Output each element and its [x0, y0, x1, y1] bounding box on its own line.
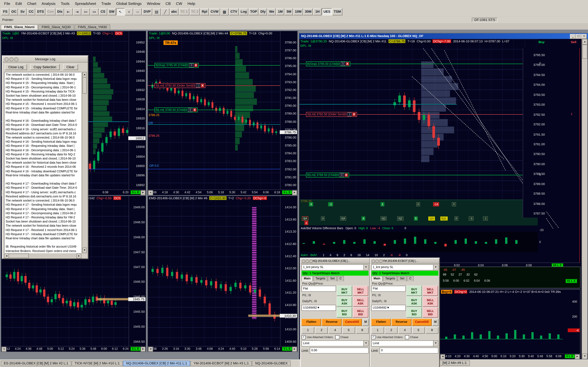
order-cancel-button[interactable]: X — [193, 108, 197, 112]
order-cancel-button[interactable]: X — [346, 62, 349, 66]
maximize-button[interactable]: □ — [576, 34, 581, 39]
panel-control-button[interactable] — [302, 259, 305, 263]
menu-tools[interactable]: Tools — [58, 1, 72, 6]
chartbook-tab-fims-slava-nq30[interactable]: FIMS_Slava_NQ30 — [38, 24, 74, 30]
reverse-button[interactable]: Reverse — [392, 319, 411, 326]
scroll-up-arrow-icon[interactable]: ▲ — [83, 72, 87, 77]
panel-tab-main[interactable]: Main — [302, 276, 313, 281]
scroll-right-button[interactable]: ► — [292, 190, 297, 195]
m-button[interactable]: M — [432, 319, 438, 326]
menu-analysis[interactable]: Analysis — [39, 1, 58, 6]
scroll-left-arrow-icon[interactable]: ◄ — [4, 254, 9, 259]
panel-control-button[interactable] — [372, 259, 375, 263]
order-cancel-button[interactable]: X — [194, 64, 198, 67]
panel-tab-main[interactable]: Main — [371, 276, 383, 281]
menu-window[interactable]: Window — [144, 1, 163, 6]
toolbar-button-we[interactable]: We — [268, 8, 276, 15]
sell-bid-button[interactable]: SELLBID — [423, 308, 438, 318]
panel-tab-c[interactable]: C — [407, 276, 414, 281]
scroll-right-button[interactable]: ► — [575, 354, 580, 359]
panel-control-button[interactable] — [309, 259, 313, 263]
chartbook-tab-fims-slava-hlavni[interactable]: FIMS_Slava_hlavni — [1, 24, 38, 30]
scroll-right-arrow-icon[interactable]: ► — [77, 254, 81, 259]
panel-tab-targets[interactable]: Targets — [313, 276, 328, 281]
scroll-up-arrow-icon[interactable]: ▲ — [582, 39, 587, 45]
toolbar-button-10m[interactable]: 10M — [293, 8, 303, 15]
chartbook-tab-fims-slava-ym30[interactable]: FIMS_Slava_YM30 — [74, 24, 110, 30]
checkbox-box[interactable] — [405, 335, 409, 339]
qty-button-4[interactable]: 4 — [398, 327, 411, 334]
toolbar-button-cvw[interactable]: CVW — [209, 8, 220, 15]
checkbox-box[interactable] — [335, 335, 339, 339]
sell-mkt-button[interactable]: SELLMKT — [353, 286, 368, 296]
toolbar-button-sv[interactable]: Sv — [18, 8, 27, 15]
message-log-hscrollbar[interactable]: ◄ ► — [4, 254, 81, 258]
panel-control-button[interactable] — [379, 259, 382, 263]
minimize-button[interactable]: _ — [570, 34, 576, 39]
scroll-right-button[interactable]: ► — [292, 347, 297, 352]
close-button[interactable]: × — [581, 34, 587, 39]
scroll-right-button[interactable]: ► — [141, 190, 146, 195]
crosshair-tool-icon[interactable]: + — [125, 8, 133, 15]
price-scale-nq[interactable]: 3798.003797.003796.003795.003794.003793.… — [280, 31, 297, 190]
toolbar-button-dis[interactable]: Dis — [56, 8, 64, 15]
toolbar-button-30m[interactable]: 30M — [303, 8, 313, 15]
buy-bid-button[interactable]: BUYBID — [406, 308, 422, 318]
chart-tab-partial[interactable]: [M] 2 Min #9 L:1 — [440, 360, 470, 366]
order-cancel-button[interactable]: X — [201, 84, 204, 87]
checkbox-box[interactable]: ✓ — [371, 335, 375, 339]
vscroll-thumb[interactable] — [582, 44, 587, 59]
price-scale-nq-big[interactable]: 3795.503795.003794.503794.003793.503793.… — [523, 48, 546, 217]
price-scale-ym[interactable]: 1695216948169441694016936169321692816924… — [129, 31, 146, 190]
menu-file[interactable]: File — [1, 1, 13, 6]
close-log-button[interactable]: Close Log — [5, 64, 27, 70]
sell-mkt-button[interactable]: SELLMKT — [423, 286, 438, 296]
clear-button[interactable]: Clear — [63, 64, 78, 70]
qty-button-1[interactable]: 1 — [371, 327, 384, 334]
toolbar-button-5m[interactable]: 5M — [285, 8, 293, 15]
flatten-button[interactable]: Flatten — [302, 319, 321, 326]
horizontal-line-tool-icon[interactable]: ─ — [134, 8, 142, 15]
checkbox-chase[interactable]: Chase — [335, 335, 348, 339]
scroll-right-button[interactable]: ► — [141, 347, 146, 352]
toolbar-button-1h[interactable]: 1H — [313, 8, 321, 15]
menu-trade[interactable]: Trade — [99, 1, 113, 6]
message-log-vscrollbar[interactable]: ▲▼ — [82, 72, 87, 253]
sell-ask-button[interactable]: SELLASK — [423, 297, 438, 307]
vertical-scrollbar[interactable]: ▲▼ — [582, 39, 588, 359]
pointer-tool-icon[interactable]: ↖ — [116, 8, 124, 15]
panel-control-button[interactable] — [306, 259, 309, 263]
chart-tab-2[interactable]: NQ-201406-GLOBEX [CB] 2 Min #11 L:1 — [123, 361, 190, 366]
order-type-select[interactable]: Limit▼ — [302, 340, 369, 346]
copy-selection-button[interactable]: Copy Selection — [30, 64, 60, 70]
flatten-button[interactable]: Flatten — [371, 319, 391, 326]
toolbar-button-1m[interactable]: 1M — [276, 8, 285, 15]
limit-price-field[interactable]: 0.00 — [310, 348, 369, 354]
order-chip[interactable]: B|Lmt| 3789.50 |Child|0|0X — [306, 173, 349, 177]
order-type-select[interactable]: Limit▼ — [371, 340, 438, 346]
buy-ask-button[interactable]: BUYASK — [406, 297, 422, 307]
order-chip[interactable]: S|Lmt| 3792.50 |Order Sent|0|1X — [306, 112, 357, 117]
qty-button-2[interactable]: 2 — [385, 327, 398, 334]
qty-button-1[interactable]: 1 — [302, 327, 314, 334]
toolbar-button-top[interactable]: TOP — [249, 8, 259, 15]
limit-price-field[interactable]: 0 — [380, 348, 438, 354]
toolbar-button-oc[interactable]: OC — [10, 8, 18, 15]
checkbox-use-attached-orders[interactable]: ✓Use Attached Orders — [371, 335, 403, 339]
checkbox-box[interactable]: ✓ — [302, 335, 306, 339]
qty-button-5[interactable]: 5 — [342, 327, 355, 334]
qty-button-2[interactable]: 2 — [315, 327, 328, 334]
reverse-button[interactable]: Reverse — [322, 319, 341, 326]
toolbar-button-dvp[interactable]: DVP — [142, 8, 152, 15]
checkbox-chase[interactable]: Chase — [405, 335, 418, 339]
m-button[interactable]: M — [363, 319, 369, 326]
checkbox-use-attached-orders[interactable]: ✓Use Attached Orders — [302, 335, 333, 339]
toolbar-button-fs[interactable]: FS — [1, 8, 9, 15]
toolbar-button-tsm[interactable]: TSM — [332, 8, 342, 15]
qty-button-4[interactable]: 4 — [329, 327, 341, 334]
toolbar-button-ctv[interactable]: CTV — [229, 8, 239, 15]
account-select[interactable]: U1049492▼ — [371, 305, 406, 311]
chart-tab-1[interactable]: TICK-NYSE [M] 2 Min #10 L:1 — [72, 361, 123, 366]
qty-button-5[interactable]: 5 — [412, 327, 425, 334]
panel-tab-targets[interactable]: Targets — [383, 276, 397, 281]
